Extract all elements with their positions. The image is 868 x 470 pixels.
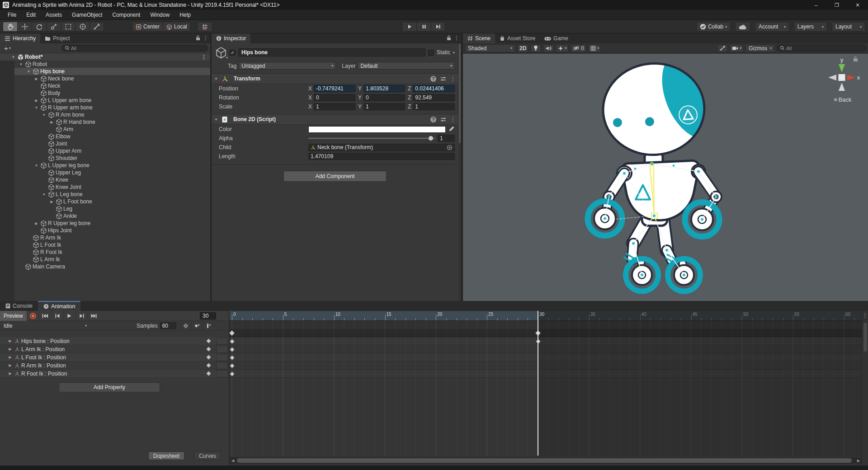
hierarchy-item-robot[interactable]: ▼Robot*⋮ <box>0 53 210 61</box>
foldout-icon[interactable]: ▼ <box>41 113 47 117</box>
component-menu-icon[interactable]: ⋮ <box>450 116 456 122</box>
foldout-icon[interactable]: ▼ <box>33 164 39 168</box>
foldout-icon[interactable]: ▶ <box>7 371 13 376</box>
presets-icon[interactable] <box>440 117 446 122</box>
help-icon[interactable]: ? <box>430 76 436 82</box>
panel-menu-icon[interactable]: ⋮ <box>454 35 459 41</box>
minimize-button[interactable]: – <box>806 0 826 10</box>
shading-dropdown[interactable]: Shaded▾ <box>465 44 515 52</box>
transform-tool-button[interactable] <box>75 22 90 32</box>
dopesheet-tab[interactable]: Dopesheet <box>148 451 184 460</box>
hierarchy-item-r-upper-leg-bone[interactable]: ▶R Upper leg bone <box>0 220 210 227</box>
hierarchy-item-r-foot-ik[interactable]: R Foot Ik <box>0 249 210 256</box>
play-button[interactable] <box>402 22 416 32</box>
menu-component[interactable]: Component <box>107 10 145 20</box>
grid-snap-button[interactable] <box>197 22 212 32</box>
hierarchy-item-joint[interactable]: Joint <box>0 140 210 147</box>
move-tool-button[interactable] <box>17 22 32 32</box>
alpha-slider-handle[interactable] <box>429 136 433 141</box>
active-checkbox[interactable]: ✓ <box>230 50 236 56</box>
hierarchy-item-upper-leg[interactable]: Upper Leg <box>0 169 210 176</box>
playhead[interactable] <box>538 311 538 456</box>
hierarchy-item-knee-joint[interactable]: Knee Joint <box>0 183 210 191</box>
foldout-icon[interactable]: ▶ <box>33 221 39 226</box>
lock-icon[interactable] <box>447 35 451 41</box>
scale-x-field[interactable]: 1 <box>314 103 355 110</box>
presets-icon[interactable] <box>440 76 446 81</box>
panel-menu-icon[interactable]: ⋮ <box>203 35 208 41</box>
foldout-icon[interactable]: ▼ <box>18 62 24 66</box>
keyframe-indicator-icon[interactable] <box>207 371 211 376</box>
hierarchy-item-shoulder[interactable]: Shoulder <box>0 155 210 162</box>
foldout-icon[interactable]: ▼ <box>41 193 47 197</box>
clip-dropdown[interactable]: Idle▾ <box>0 321 90 331</box>
scene-menu-icon[interactable]: ⋮ <box>201 54 207 60</box>
dopesheet-body[interactable] <box>230 321 862 456</box>
add-keyframe-dot-button[interactable] <box>180 321 191 331</box>
tab-asset-store[interactable]: Asset Store <box>495 33 540 43</box>
record-button[interactable] <box>27 311 39 321</box>
hierarchy-item-l-leg-bone[interactable]: ▼L Leg bone <box>0 191 210 198</box>
hierarchy-item-r-upper-arm-bone[interactable]: ▼R Upper arm bone <box>0 104 210 111</box>
foldout-icon[interactable]: ▶ <box>49 120 55 124</box>
hierarchy-item-leg[interactable]: Leg <box>0 205 210 212</box>
play-animation-button[interactable] <box>63 311 75 321</box>
hand-tool-button[interactable] <box>3 22 17 32</box>
add-property-button[interactable]: Add Property <box>59 382 160 392</box>
tab-project[interactable]: Project <box>40 33 74 43</box>
position-x-field[interactable]: -0.7479241 <box>314 85 355 92</box>
view-direction-label[interactable]: ≡ Back <box>824 96 862 103</box>
foldout-icon[interactable]: ▶ <box>49 200 55 204</box>
cloud-button[interactable] <box>735 22 750 32</box>
foldout-icon[interactable]: ▼ <box>26 70 32 74</box>
add-keyframe-button[interactable] <box>191 321 203 331</box>
horizontal-scrollbar[interactable]: ◀ ▶ <box>230 457 862 464</box>
custom-tool-button[interactable] <box>90 22 104 32</box>
preview-button[interactable]: Preview <box>0 311 27 321</box>
hierarchy-item-l-foot-ik[interactable]: L Foot Ik <box>0 241 210 249</box>
eyedropper-icon[interactable] <box>448 126 455 132</box>
hierarchy-item-neck[interactable]: Neck <box>0 82 210 89</box>
scrollbar-thumb[interactable] <box>237 458 852 463</box>
hierarchy-item-elbow[interactable]: Elbow <box>0 133 210 140</box>
hierarchy-item-r-arm-bone[interactable]: ▼R Arm bone <box>0 111 210 118</box>
anim-property-r-foot-ik-position[interactable]: ▶R Foot Ik : Position <box>0 370 229 378</box>
transform-component-header[interactable]: ▼ Transform ? ⋮ <box>212 73 458 84</box>
hierarchy-item-main-camera[interactable]: Main Camera <box>0 263 210 270</box>
menu-window[interactable]: Window <box>145 10 175 20</box>
foldout-icon[interactable]: ▶ <box>7 347 13 351</box>
length-field[interactable]: 1.470109 <box>308 153 455 160</box>
scale-y-field[interactable]: 1 <box>363 103 405 110</box>
foldout-icon[interactable]: ▶ <box>33 99 39 103</box>
component-menu-icon[interactable]: ⋮ <box>450 75 456 82</box>
effects-dropdown[interactable]: ▾ <box>556 44 569 52</box>
foldout-icon[interactable]: ▼ <box>10 55 16 59</box>
foldout-icon[interactable]: ▼ <box>33 106 39 110</box>
hierarchy-item-hips-joint[interactable]: Hips Joint <box>0 227 210 234</box>
add-component-button[interactable]: Add Component <box>283 171 387 182</box>
gizmos-dropdown[interactable]: Gizmos▾ <box>745 44 775 52</box>
rotation-mode-button[interactable]: Local <box>163 22 191 32</box>
gameobject-name-field[interactable] <box>238 48 425 56</box>
tab-animation[interactable]: Animation <box>38 301 80 311</box>
curves-tab[interactable]: Curves <box>194 451 221 460</box>
foldout-icon[interactable]: ▶ <box>7 355 13 359</box>
keyframe-indicator-icon[interactable] <box>207 347 211 352</box>
scale-tool-button[interactable] <box>46 22 61 32</box>
maximize-button[interactable]: ❐ <box>826 0 847 10</box>
rotate-tool-button[interactable] <box>32 22 46 32</box>
hierarchy-item-body[interactable]: Body <box>0 89 210 97</box>
position-z-field[interactable]: 0.02441406 <box>413 85 455 92</box>
prev-key-button[interactable] <box>51 311 63 321</box>
rect-tool-button[interactable] <box>61 22 75 32</box>
scroll-left-icon[interactable]: ◀ <box>230 457 236 464</box>
foldout-icon[interactable]: ▼ <box>214 118 219 122</box>
layout-dropdown[interactable]: Layout▾ <box>832 22 865 32</box>
foldout-icon[interactable]: ▼ <box>214 77 219 81</box>
menu-gameobject[interactable]: GameObject <box>67 10 107 20</box>
timeline-menu-icon[interactable]: ⋮ <box>862 312 868 319</box>
scene-orientation-gizmo[interactable]: y x ≡ Back <box>824 56 862 103</box>
foldout-icon[interactable]: ▶ <box>7 339 13 343</box>
scroll-right-icon[interactable]: ▶ <box>855 457 862 464</box>
2d-toggle[interactable]: 2D <box>517 44 528 52</box>
